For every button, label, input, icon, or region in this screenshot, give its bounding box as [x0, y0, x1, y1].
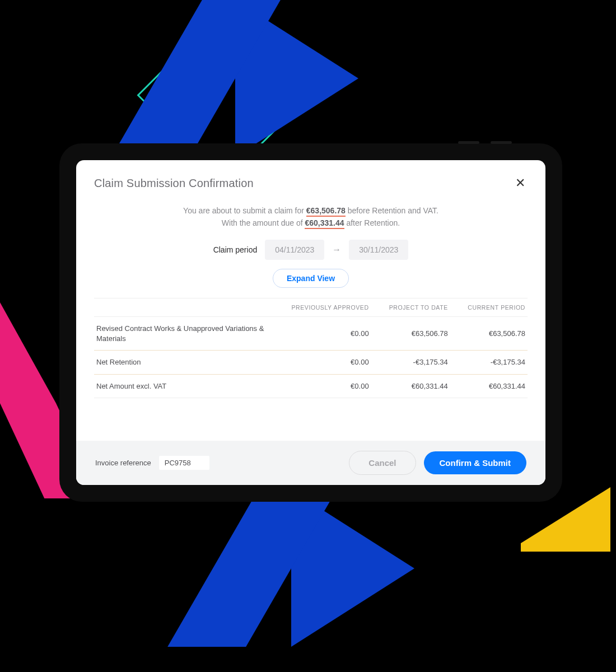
claim-period-start[interactable]: 04/11/2023	[265, 240, 324, 260]
table-cell-ptd: -€3,175.34	[371, 351, 450, 375]
invoice-reference-input[interactable]	[159, 456, 209, 470]
claim-table: PREVIOUSLY APPROVED PROJECT TO DATE CURR…	[94, 298, 528, 398]
close-icon[interactable]: ✕	[513, 174, 528, 193]
table-row: Revised Contract Works & Unapproved Vari…	[94, 317, 528, 351]
cancel-button[interactable]: Cancel	[349, 451, 416, 475]
table-cell-ptd: €60,331.44	[371, 374, 450, 398]
decorative-yellow-shape	[521, 543, 610, 552]
claim-period-label: Claim period	[213, 245, 258, 254]
table-row: Net Retention €0.00 -€3,175.34 -€3,175.3…	[94, 351, 528, 375]
table-cell-cur: €63,506.78	[450, 317, 528, 351]
tablet-hardware-buttons	[458, 141, 512, 144]
table-cell-prev: €0.00	[269, 317, 371, 351]
table-cell-cur: €60,331.44	[450, 374, 528, 398]
table-cell-prev: €0.00	[269, 351, 371, 375]
summary-line-2: With the amount due of €60,331.44 after …	[94, 218, 528, 227]
table-cell-label: Revised Contract Works & Unapproved Vari…	[94, 317, 269, 351]
claim-period-end[interactable]: 30/11/2023	[349, 240, 408, 260]
table-cell-label: Net Amount excl. VAT	[94, 374, 269, 398]
invoice-reference-label: Invoice reference	[95, 459, 151, 467]
table-cell-label: Net Retention	[94, 351, 269, 375]
modal-footer: Invoice reference Cancel Confirm & Submi…	[76, 441, 545, 485]
expand-view-button[interactable]: Expand View	[273, 269, 349, 288]
table-row: Net Amount excl. VAT €0.00 €60,331.44 €6…	[94, 374, 528, 398]
table-cell-ptd: €63,506.78	[371, 317, 450, 351]
summary-amount-before: €63,506.78	[306, 206, 346, 217]
arrow-right-icon: →	[332, 245, 341, 255]
table-header-project-to-date: PROJECT TO DATE	[371, 298, 450, 317]
modal-header: Claim Submission Confirmation ✕	[76, 160, 545, 193]
modal-title: Claim Submission Confirmation	[94, 177, 254, 190]
summary-suffix-2: after Retention.	[344, 218, 400, 227]
modal-container: Claim Submission Confirmation ✕ You are …	[76, 160, 545, 485]
summary-suffix-1: before Retention and VAT.	[346, 206, 438, 215]
table-cell-cur: -€3,175.34	[450, 351, 528, 375]
decorative-pink-shape	[0, 302, 56, 403]
tablet-frame: Claim Submission Confirmation ✕ You are …	[59, 143, 562, 502]
decorative-blue-arrow-top	[235, 0, 358, 157]
confirm-submit-button[interactable]: Confirm & Submit	[424, 451, 527, 474]
summary-line-1: You are about to submit a claim for €63,…	[94, 206, 528, 215]
table-header-row: PREVIOUSLY APPROVED PROJECT TO DATE CURR…	[94, 298, 528, 317]
table-header-current-period: CURRENT PERIOD	[450, 298, 528, 317]
modal-body: You are about to submit a claim for €63,…	[76, 193, 545, 441]
table-cell-prev: €0.00	[269, 374, 371, 398]
table-header-previously-approved: PREVIOUSLY APPROVED	[269, 298, 371, 317]
summary-prefix-2: With the amount due of	[222, 218, 305, 227]
table-header-label	[94, 298, 269, 317]
decorative-blue-arrow-bottom	[291, 490, 414, 647]
summary-amount-after: €60,331.44	[305, 218, 344, 229]
summary-prefix-1: You are about to submit a claim for	[183, 206, 306, 215]
claim-period: Claim period 04/11/2023 → 30/11/2023	[213, 240, 409, 260]
